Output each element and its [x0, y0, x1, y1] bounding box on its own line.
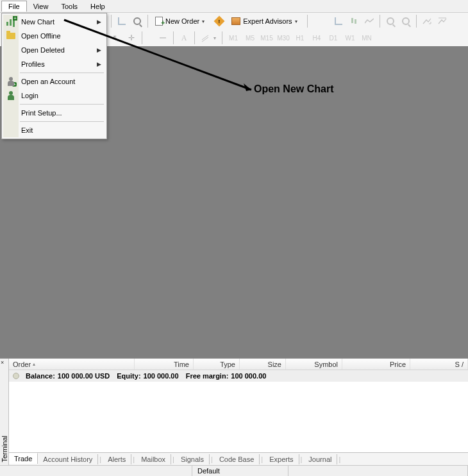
zoom-in-icon — [387, 17, 394, 25]
toolbar-button-2[interactable] — [130, 14, 144, 28]
terminal-grid-header: Order▴ Time Type Size Symbol Price S / — [9, 359, 468, 370]
new-order-button[interactable]: + New Order ▾ — [151, 14, 211, 28]
annotation-label: Open New Chart — [254, 83, 333, 95]
col-type[interactable]: Type — [194, 359, 240, 370]
tab-trade[interactable]: Trade — [9, 453, 38, 464]
person-plus-icon: + — [5, 76, 17, 87]
timeframe-m30[interactable]: M30 — [276, 32, 291, 44]
timeframe-h1[interactable]: H1 — [292, 32, 308, 44]
menu-item-login[interactable]: Login — [3, 89, 105, 103]
tab-mailbox[interactable]: Mailbox — [136, 454, 171, 464]
cursor-icon: ↖ — [112, 33, 120, 43]
status-profile: Default — [192, 466, 288, 476]
menu-item-open-account[interactable]: + Open an Account — [3, 74, 105, 89]
menu-file[interactable]: File — [1, 1, 27, 12]
line-chart-button[interactable] — [362, 14, 376, 28]
menu-bar: File View Tools Help — [0, 0, 468, 13]
menu-view[interactable]: View — [27, 1, 55, 12]
toolbox-icon — [231, 17, 240, 25]
text-icon: A — [181, 33, 187, 43]
file-menu-dropdown: + New Chart ▶ Open Offline Open Deleted … — [1, 13, 107, 139]
tab-signals[interactable]: Signals — [176, 454, 210, 464]
menu-item-open-offline[interactable]: Open Offline — [3, 29, 105, 43]
chart-plus-icon: + — [5, 16, 17, 28]
chevron-right-icon: ▶ — [97, 19, 101, 25]
diamond-icon: ! — [214, 16, 225, 27]
balance-row[interactable]: Balance: 100 000.00 USD Equity: 100 000.… — [9, 370, 468, 382]
terminal-content — [9, 382, 468, 452]
bar-chart-button[interactable] — [331, 14, 346, 28]
tab-journal[interactable]: Journal — [303, 454, 337, 464]
zoom-in-button[interactable] — [383, 14, 397, 28]
text-tool[interactable]: A — [177, 31, 191, 45]
terminal-label: Terminal — [0, 359, 9, 465]
timeframe-m15[interactable]: M15 — [259, 32, 274, 44]
zoom-out-button[interactable] — [399, 14, 413, 28]
autotrading-button[interactable]: ! — [212, 14, 226, 28]
status-bar: Default — [0, 465, 468, 476]
col-symbol[interactable]: Symbol — [286, 359, 342, 370]
timeframe-h4[interactable]: H4 — [309, 32, 324, 44]
tab-account-history[interactable]: Account History — [38, 454, 98, 464]
timeframe-mn[interactable]: MN — [359, 32, 374, 44]
expert-advisors-button[interactable]: Expert Advisors ▾ — [228, 14, 303, 28]
candlestick-button[interactable] — [347, 14, 361, 28]
timeframe-m5[interactable]: M5 — [242, 32, 258, 44]
menu-item-open-deleted[interactable]: Open Deleted ▶ — [3, 43, 105, 57]
tab-alerts[interactable]: Alerts — [103, 454, 131, 464]
col-sl[interactable]: S / — [410, 359, 468, 370]
toolbar-button-1[interactable] — [115, 14, 129, 28]
chevron-right-icon: ▶ — [97, 61, 101, 67]
folder-icon — [5, 30, 17, 42]
chevron-right-icon: ▶ — [97, 47, 101, 53]
person-green-icon — [5, 90, 17, 101]
line-tool[interactable] — [156, 31, 170, 45]
auto-scroll-button[interactable] — [420, 14, 434, 28]
status-cell-3 — [288, 466, 468, 476]
col-order[interactable]: Order▴ — [9, 359, 135, 370]
terminal-panel: × Terminal Order▴ Time Type Size Symbol … — [0, 358, 468, 465]
timeframe-m1[interactable]: M1 — [226, 32, 241, 44]
menu-item-exit[interactable]: Exit — [3, 123, 105, 137]
tab-code-base[interactable]: Code Base — [214, 454, 260, 464]
col-time[interactable]: Time — [135, 359, 194, 370]
col-price[interactable]: Price — [342, 359, 410, 370]
terminal-close-button[interactable]: × — [1, 359, 4, 366]
col-size[interactable]: Size — [240, 359, 286, 370]
timeframe-w1[interactable]: W1 — [342, 32, 358, 44]
zoom-out-icon — [402, 17, 410, 25]
crosshair-tool[interactable]: ✛ — [124, 31, 138, 45]
menu-tools[interactable]: Tools — [54, 1, 84, 12]
chart-shift-button[interactable] — [435, 14, 449, 28]
menu-help[interactable]: Help — [84, 1, 112, 12]
tab-experts[interactable]: Experts — [264, 454, 299, 464]
status-dot-icon — [13, 373, 19, 379]
document-plus-icon: + — [155, 17, 163, 26]
menu-item-profiles[interactable]: Profiles ▶ — [3, 57, 105, 71]
menu-item-print-setup[interactable]: Print Setup... — [3, 106, 105, 120]
timeframe-d1[interactable]: D1 — [326, 32, 341, 44]
cursor-tool[interactable]: ↖ — [109, 31, 123, 45]
crosshair-icon: ✛ — [128, 33, 135, 42]
terminal-tabs: Trade Account History | Alerts | Mailbox… — [9, 452, 468, 465]
menu-item-new-chart[interactable]: + New Chart ▶ — [3, 15, 105, 29]
status-cell-1 — [0, 466, 192, 476]
channel-tool[interactable] — [198, 31, 212, 45]
